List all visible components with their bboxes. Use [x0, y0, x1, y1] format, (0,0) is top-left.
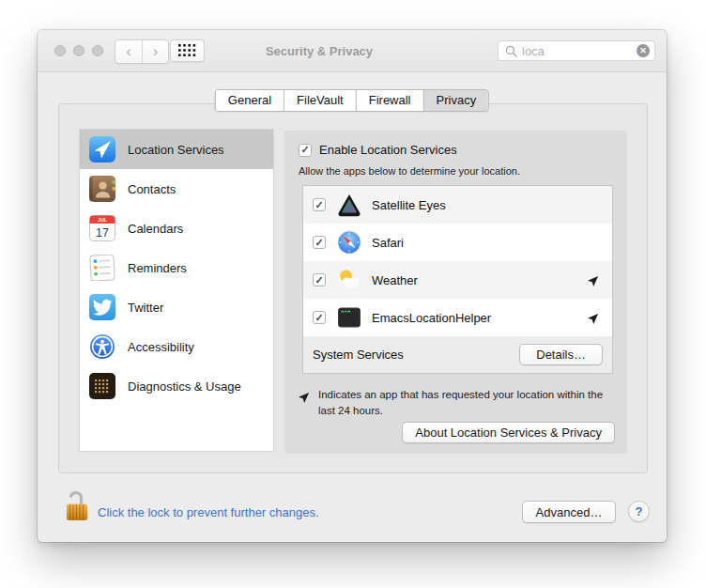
sidebar-item-label: Diagnostics & Usage [128, 379, 241, 394]
app-checkbox[interactable]: ✓ [313, 273, 326, 286]
minimize-window-button[interactable] [73, 45, 84, 56]
sidebar-item-reminders[interactable]: Reminders [80, 248, 273, 287]
unlocked-padlock-icon[interactable] [64, 488, 90, 524]
sidebar-item-label: Calendars [128, 222, 183, 236]
emacs-location-helper-icon [337, 305, 361, 330]
safari-icon [337, 230, 361, 255]
search-input[interactable] [522, 44, 632, 58]
sidebar-item-label: Reminders [128, 261, 187, 275]
app-checkbox[interactable]: ✓ [313, 198, 326, 211]
tab-firewall[interactable]: Firewall [356, 90, 423, 111]
diagnostics-grid-icon [89, 373, 115, 399]
sidebar-item-diagnostics-usage[interactable]: Diagnostics & Usage [80, 366, 273, 406]
reminders-list-icon [89, 255, 115, 281]
sidebar-item-accessibility[interactable]: Accessibility [80, 327, 273, 366]
enable-location-services-checkbox[interactable]: ✓ [299, 144, 312, 157]
sidebar-item-label: Contacts [128, 182, 176, 196]
satellite-eyes-icon [337, 193, 361, 217]
privacy-category-list: Location Services Contacts [79, 129, 274, 452]
tab-bar: General FileVault Firewall Privacy [215, 89, 489, 112]
recent-location-arrow-icon [588, 311, 601, 324]
privacy-content-box: Location Services Contacts [58, 103, 648, 473]
app-name: Safari [372, 236, 601, 250]
calendar-icon: JUL 17 [89, 215, 115, 241]
help-button[interactable]: ? [628, 501, 650, 522]
contacts-book-icon [89, 176, 115, 202]
app-name: Satellite Eyes [372, 198, 601, 212]
lock-hint-text: Click the lock to prevent further change… [98, 505, 319, 519]
close-window-button[interactable] [54, 45, 66, 56]
svg-text:17: 17 [96, 226, 109, 240]
app-name: EmacsLocationHelper [372, 311, 588, 325]
zoom-window-button[interactable] [92, 45, 103, 56]
system-services-label: System Services [313, 348, 404, 362]
security-privacy-window: ‹ › Security & Privacy ✕ General FileVau… [38, 30, 667, 542]
app-list: ✓ Satellite Eyes ✓ [302, 185, 613, 374]
clear-search-button[interactable]: ✕ [637, 44, 650, 57]
app-name: Weather [372, 273, 588, 287]
panel-subtitle: Allow the apps below to determine your l… [299, 165, 520, 177]
sidebar-item-label: Accessibility [128, 340, 194, 354]
sidebar-item-label: Location Services [128, 143, 224, 157]
location-arrow-icon [299, 390, 312, 403]
traffic-lights [54, 45, 103, 56]
app-row-weather[interactable]: ✓ Weather [303, 261, 612, 299]
about-location-services-button[interactable]: About Location Services & Privacy [402, 422, 615, 443]
twitter-bird-icon [89, 294, 115, 320]
app-checkbox[interactable]: ✓ [313, 236, 326, 249]
footnote-text: Indicates an app that has requested your… [318, 387, 611, 418]
location-services-panel: ✓ Enable Location Services Allow the app… [284, 131, 627, 454]
location-arrow-icon [89, 136, 115, 162]
details-button[interactable]: Details… [519, 344, 603, 365]
search-field[interactable]: ✕ [498, 40, 655, 61]
app-row-safari[interactable]: ✓ [303, 224, 612, 261]
window-title: Security & Privacy [150, 44, 488, 58]
titlebar: ‹ › Security & Privacy ✕ [38, 30, 667, 72]
tab-filevault[interactable]: FileVault [284, 90, 356, 111]
search-icon [505, 45, 517, 57]
enable-location-services-label: Enable Location Services [319, 143, 457, 157]
sidebar-item-contacts[interactable]: Contacts [80, 169, 273, 209]
weather-icon [337, 268, 361, 292]
advanced-button[interactable]: Advanced… [522, 501, 616, 523]
sidebar-item-calendars[interactable]: JUL 17 Calendars [80, 209, 273, 248]
system-services-row: System Services Details… [303, 336, 612, 373]
app-row-emacslocationhelper[interactable]: ✓ EmacsLocationHelper [303, 299, 612, 336]
enable-location-services-row: ✓ Enable Location Services [299, 143, 457, 157]
app-checkbox[interactable]: ✓ [313, 311, 326, 324]
tab-privacy[interactable]: Privacy [423, 90, 489, 111]
svg-text:JUL: JUL [98, 217, 108, 223]
recent-location-footnote: Indicates an app that has requested your… [299, 387, 614, 418]
sidebar-item-twitter[interactable]: Twitter [80, 287, 273, 327]
sidebar-item-location-services[interactable]: Location Services [80, 130, 273, 169]
back-button[interactable]: ‹ [115, 40, 142, 63]
accessibility-icon [89, 333, 115, 360]
sidebar-item-label: Twitter [128, 301, 163, 315]
app-row-satellite-eyes[interactable]: ✓ Satellite Eyes [303, 186, 612, 224]
tab-general[interactable]: General [216, 90, 284, 111]
recent-location-arrow-icon [588, 273, 601, 286]
